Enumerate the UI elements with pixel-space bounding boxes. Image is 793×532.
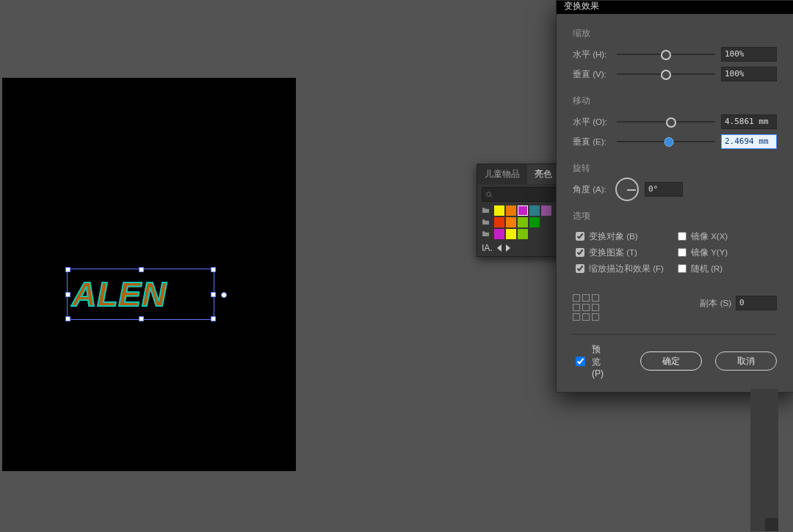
swatch[interactable] (494, 205, 504, 216)
swatch[interactable] (494, 217, 504, 227)
move-v-row: 垂直 (E): 2.4694 mm (573, 133, 777, 150)
svg-point-0 (487, 192, 491, 196)
path-anchor-point[interactable] (221, 292, 227, 298)
dialog-title: 变换效果 (557, 1, 793, 14)
swatch[interactable] (529, 217, 540, 227)
swatch[interactable] (518, 205, 528, 216)
dialog-divider (573, 334, 777, 335)
rotate-a-label: 角度 (A): (573, 184, 615, 195)
copies-label: 副本 (S) (700, 298, 731, 309)
swatch[interactable] (518, 229, 528, 239)
scale-h-row: 水平 (H): 100% (573, 45, 777, 63)
art-text[interactable]: ALEN (72, 269, 218, 319)
swatch-footer-text: IA. (482, 243, 493, 253)
preview-label: 预览 (P) (592, 343, 605, 379)
search-icon (485, 191, 493, 199)
window-scrollbar-area (750, 389, 778, 531)
transform-effect-dialog: 变换效果 缩放 水平 (H): 100% 垂直 (V): 100% 移动 水平 … (556, 0, 793, 393)
move-h-value[interactable]: 4.5861 mm (721, 114, 777, 129)
dialog-body: 缩放 水平 (H): 100% 垂直 (V): 100% 移动 水平 (O): … (557, 14, 793, 392)
swatch[interactable] (506, 217, 516, 227)
options-grid: 变换对象 (B)镜像 X(X)变换图案 (T)镜像 Y(Y)缩放描边和效果 (F… (573, 228, 777, 277)
dialog-footer: 预览 (P) 确定 取消 (573, 343, 777, 379)
move-v-slider[interactable] (617, 137, 715, 146)
resize-handle-ml[interactable] (65, 292, 70, 297)
rotate-row: 角度 (A): 0° (573, 181, 777, 198)
window-corner (765, 518, 778, 531)
move-h-slider[interactable] (617, 117, 715, 126)
resize-handle-tl[interactable] (65, 267, 70, 272)
prev-icon[interactable] (497, 244, 501, 252)
swatch[interactable] (541, 205, 551, 216)
swatch[interactable] (506, 229, 516, 239)
option-1[interactable]: 镜像 X(X) (675, 228, 777, 244)
option-5[interactable]: 随机 (R) (675, 260, 777, 277)
resize-handle-tm[interactable] (139, 267, 144, 272)
cancel-button[interactable]: 取消 (715, 351, 777, 371)
option-3[interactable]: 镜像 Y(Y) (675, 244, 777, 260)
resize-handle-bl[interactable] (65, 316, 70, 321)
move-h-label: 水平 (O): (573, 117, 615, 128)
move-section-label: 移动 (573, 95, 777, 107)
folder-icon (482, 205, 490, 216)
option-0[interactable]: 变换对象 (B) (573, 228, 675, 244)
move-h-row: 水平 (O): 4.5861 mm (573, 113, 777, 131)
option-label: 镜像 Y(Y) (691, 247, 728, 258)
copies-value[interactable]: 0 (736, 296, 777, 310)
option-4[interactable]: 缩放描边和效果 (F) (573, 260, 675, 277)
scale-h-slider[interactable] (617, 50, 715, 59)
swatch-tab-0[interactable]: 儿童物品 (477, 164, 527, 184)
resize-handle-tr[interactable] (211, 267, 216, 272)
svg-line-1 (490, 195, 493, 197)
swatch[interactable] (494, 229, 504, 239)
option-label: 随机 (R) (691, 263, 723, 274)
ok-button[interactable]: 确定 (640, 351, 702, 371)
resize-handle-mr[interactable] (211, 292, 216, 297)
option-2[interactable]: 变换图案 (T) (573, 244, 675, 260)
move-v-value[interactable]: 2.4694 mm (721, 134, 777, 149)
angle-dial[interactable] (615, 178, 639, 201)
option-label: 变换对象 (B) (589, 231, 638, 242)
scale-section-label: 缩放 (573, 27, 777, 40)
options-section-label: 选项 (573, 210, 777, 222)
move-v-label: 垂直 (E): (573, 136, 615, 147)
folder-icon (482, 217, 490, 227)
scale-h-label: 水平 (H): (573, 49, 615, 60)
copies-row: 副本 (S) 0 (573, 285, 777, 321)
scale-v-slider[interactable] (617, 70, 715, 79)
scale-v-label: 垂直 (V): (573, 69, 615, 80)
option-label: 镜像 X(X) (691, 231, 728, 242)
option-label: 缩放描边和效果 (F) (589, 263, 664, 274)
next-icon[interactable] (506, 244, 510, 252)
rotate-a-value[interactable]: 0° (645, 182, 683, 197)
scale-v-value[interactable]: 100% (721, 67, 777, 81)
scale-h-value[interactable]: 100% (721, 47, 777, 62)
swatch-tab-1[interactable]: 亮色 (527, 164, 560, 184)
preview-checkbox[interactable]: 预览 (P) (573, 343, 605, 379)
resize-handle-bm[interactable] (139, 316, 144, 321)
swatch[interactable] (506, 205, 516, 216)
artboard[interactable]: ALEN (2, 78, 296, 471)
folder-icon (482, 229, 490, 239)
anchor-reference-grid[interactable] (573, 294, 599, 321)
option-label: 变换图案 (T) (589, 247, 637, 258)
resize-handle-br[interactable] (211, 316, 216, 321)
rotate-section-label: 旋转 (573, 162, 777, 175)
swatch[interactable] (518, 217, 528, 227)
scale-v-row: 垂直 (V): 100% (573, 65, 777, 83)
swatch[interactable] (529, 205, 540, 216)
selection-bounding-box[interactable]: ALEN (67, 269, 214, 320)
